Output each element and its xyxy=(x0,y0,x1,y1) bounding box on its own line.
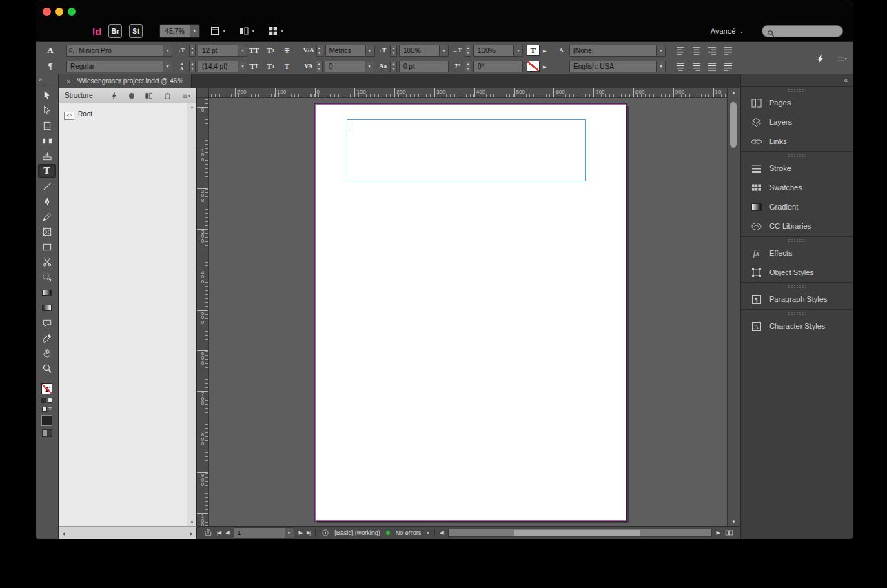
scroll-right-button[interactable]: ▶ xyxy=(717,530,720,536)
document-tab[interactable]: × *Wiesengraser project.indd @ 46% xyxy=(59,74,192,88)
leading-select[interactable]: (14,4 pt) ▼ xyxy=(198,61,247,72)
panel-button-effects[interactable]: fxEffects xyxy=(741,243,853,263)
export-icon[interactable] xyxy=(203,529,212,538)
panel-grip[interactable] xyxy=(788,88,806,92)
previous-page-button[interactable]: ◀ xyxy=(225,530,228,536)
panel-grip[interactable] xyxy=(788,239,806,243)
gap-tool[interactable] xyxy=(38,134,56,148)
apply-color-row[interactable]: T xyxy=(42,406,52,412)
align-right-button[interactable] xyxy=(705,44,719,57)
text-stroke-swatch[interactable] xyxy=(527,61,540,72)
content-collector-tool[interactable] xyxy=(38,149,56,163)
screen-mode-menu-button[interactable]: ▼ xyxy=(236,24,258,38)
apply-color-icon[interactable] xyxy=(42,407,47,412)
scroll-down-icon[interactable]: ▼ xyxy=(187,520,196,525)
text-frame[interactable] xyxy=(347,119,586,181)
tracking-select[interactable]: 0 ▼ xyxy=(325,61,374,72)
leading-stepper[interactable]: ▲▼ xyxy=(189,61,196,72)
vertical-ruler[interactable]: 01002003004005006007008009001000 xyxy=(197,98,209,526)
expand-panel-icon[interactable]: » xyxy=(36,74,58,83)
minimize-button[interactable] xyxy=(55,8,63,16)
language-select[interactable]: English: USA ▼ xyxy=(569,61,666,72)
vertical-scrollbar[interactable]: ▲ ▼ xyxy=(727,88,740,526)
flyout-arrow-icon[interactable]: ▶ xyxy=(543,64,547,69)
close-tab-icon[interactable]: × xyxy=(66,78,70,85)
panel-button-gradient[interactable]: Gradient xyxy=(741,197,853,216)
first-page-button[interactable]: |◀ xyxy=(217,530,221,536)
rectangle-tool[interactable] xyxy=(38,240,56,254)
kerning-select[interactable]: Metrics ▼ xyxy=(325,45,375,57)
structure-vertical-scrollbar[interactable]: ▲ ▼ xyxy=(187,103,196,526)
small-caps-button[interactable]: TT xyxy=(247,60,261,72)
eyedropper-tool[interactable] xyxy=(38,331,56,345)
character-formatting-button[interactable]: A xyxy=(44,44,57,57)
scroll-down-icon[interactable]: ▼ xyxy=(728,520,740,524)
vertical-scale-stepper[interactable]: ▲▼ xyxy=(390,45,397,57)
gradient-feather-tool[interactable] xyxy=(38,301,56,314)
preflight-profile[interactable]: [Basic] (working) xyxy=(334,529,380,536)
next-page-button[interactable]: ▶ xyxy=(299,530,302,536)
trash-icon[interactable] xyxy=(163,91,172,100)
last-page-button[interactable]: ▶| xyxy=(307,530,310,536)
zoom-level-select[interactable]: 45,7% ▼ xyxy=(159,24,199,38)
line-tool[interactable] xyxy=(38,179,56,193)
panel-grip[interactable] xyxy=(788,312,806,316)
align-justify-left-button[interactable] xyxy=(721,44,735,57)
zoom-tool[interactable] xyxy=(38,361,56,375)
note-tool[interactable] xyxy=(38,316,56,330)
ruler-origin-corner[interactable] xyxy=(197,88,209,98)
workspace-switcher[interactable]: Avancé ⌄ xyxy=(711,27,744,35)
horizontal-ruler[interactable]: 200100010020030040050060070080090010 xyxy=(209,88,727,98)
selection-tool[interactable] xyxy=(38,88,56,102)
scrollbar-thumb[interactable] xyxy=(514,530,640,536)
all-caps-button[interactable]: TT xyxy=(247,44,261,57)
panel-button-layers[interactable]: Layers xyxy=(741,112,853,132)
collapse-dock-icon[interactable]: « xyxy=(844,77,848,84)
formatting-affects-text-icon[interactable] xyxy=(48,398,52,403)
align-justify-center-button[interactable] xyxy=(673,60,687,72)
page-tool[interactable] xyxy=(38,119,56,132)
scroll-left-icon[interactable]: ◀ xyxy=(62,531,65,536)
tracking-stepper[interactable]: ▲▼ xyxy=(316,61,323,72)
horizontal-scrollbar[interactable] xyxy=(448,529,712,537)
structure-menu-icon[interactable] xyxy=(182,91,190,100)
close-button[interactable] xyxy=(43,8,51,16)
align-justify-last-button[interactable] xyxy=(721,60,735,72)
pencil-tool[interactable] xyxy=(38,210,56,223)
panel-grip[interactable] xyxy=(788,154,806,158)
chevron-down-icon[interactable]: ▼ xyxy=(426,531,429,535)
screen-mode-button[interactable] xyxy=(41,415,52,426)
view-options-button[interactable]: ▼ xyxy=(207,24,229,38)
page-number-select[interactable]: 1 ▼ xyxy=(234,527,294,539)
type-tool[interactable]: T xyxy=(38,164,56,178)
page[interactable] xyxy=(315,104,626,521)
panel-button-pages[interactable]: Pages xyxy=(741,93,853,112)
font-style-select[interactable]: Regular ▼ xyxy=(66,61,172,72)
baseline-shift-stepper[interactable]: ▲▼ xyxy=(390,61,397,72)
text-fill-swatch[interactable]: T xyxy=(527,45,540,56)
quick-apply-icon[interactable] xyxy=(815,54,826,64)
add-element-icon[interactable] xyxy=(145,91,153,100)
panel-button-swatches[interactable]: Swatches xyxy=(741,178,853,197)
scroll-up-icon[interactable]: ▲ xyxy=(187,105,196,109)
rectangle-frame-tool[interactable] xyxy=(38,225,56,239)
fill-stroke-text-proxy[interactable]: T xyxy=(41,383,52,394)
strikethrough-button[interactable]: T xyxy=(280,44,294,57)
skew-stepper[interactable]: ▲▼ xyxy=(465,61,471,72)
scroll-right-icon[interactable]: ▶ xyxy=(190,531,193,536)
align-left-button[interactable] xyxy=(673,44,687,57)
panel-button-stroke[interactable]: Stroke xyxy=(741,159,853,178)
apply-formatting-toggles[interactable] xyxy=(41,398,52,403)
direct-selection-tool[interactable] xyxy=(38,103,56,117)
bridge-button[interactable]: Br xyxy=(108,24,122,38)
character-style-select[interactable]: [None] ▼ xyxy=(569,45,666,57)
underline-button[interactable]: T xyxy=(280,60,294,72)
stock-button[interactable]: St xyxy=(129,24,143,38)
structure-root-node[interactable]: <> Root xyxy=(59,103,196,120)
structure-horizontal-scrollbar[interactable]: ◀ ▶ xyxy=(59,526,197,539)
record-icon[interactable] xyxy=(129,93,134,99)
subscript-button[interactable]: T1 xyxy=(263,60,278,72)
align-center-button[interactable] xyxy=(689,44,703,57)
arrange-documents-button[interactable]: ▼ xyxy=(265,24,287,38)
hand-tool[interactable] xyxy=(38,346,56,360)
